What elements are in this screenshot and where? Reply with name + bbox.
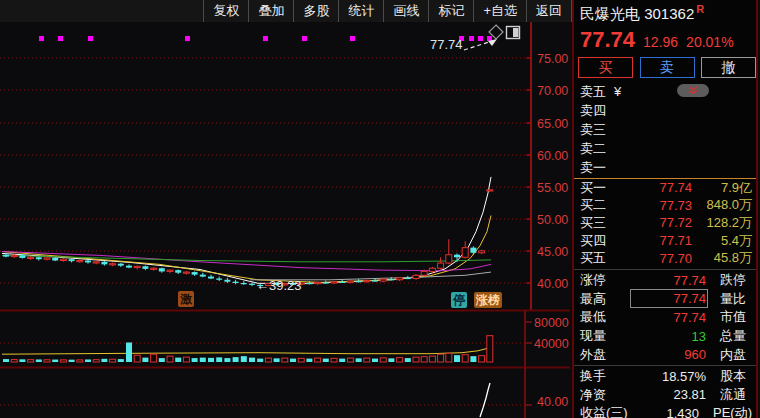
svg-text:60.00: 60.00 (537, 149, 568, 163)
stat-row: 最高77.74量比 (574, 290, 756, 309)
stat-value: 960 (632, 347, 706, 362)
signal-dot (185, 36, 190, 41)
signal-dot (478, 36, 483, 41)
price-row: 77.7412.9620.01% (580, 27, 742, 53)
panel-divider (574, 365, 756, 366)
fundamentals-block: 换手18.57%股本净资23.81流通收益(三)1.430PE(动) (574, 367, 756, 418)
trade-buttons: 买 卖 撤 (578, 57, 756, 78)
fundamental-row: 净资23.81流通 (574, 386, 756, 405)
fundamental-value: 18.57% (632, 369, 706, 384)
buy-level-label: 买五 (580, 249, 614, 267)
buy-level-label: 买二 (580, 196, 614, 214)
last-price: 77.74 (580, 27, 635, 52)
stat-row: 涨停77.74跌停 (574, 271, 756, 290)
price-change: 12.96 (643, 34, 678, 50)
signal-dot (469, 36, 474, 41)
fundamental-row: 收益(三)1.430PE(动) (574, 404, 756, 418)
buy-level-price: 77.72 (614, 215, 692, 230)
collapse-levels-button[interactable] (677, 84, 709, 97)
fundamental-label-2: 流通 (720, 386, 746, 404)
low-price-annotation: ←39.23 (256, 278, 302, 293)
buy-level-price: 77.71 (614, 233, 692, 248)
sell-level-row[interactable]: 卖二 (574, 140, 756, 159)
buy-level-amount: 128.2万 (692, 214, 752, 232)
indicator-line (480, 383, 490, 417)
sell-level-row[interactable]: 卖四 (574, 101, 756, 120)
buy-level-amount: 45.8万 (692, 249, 752, 267)
stat-label: 涨停 (580, 271, 632, 289)
stat-label-2: 总量 (720, 327, 746, 345)
stat-label-2: 量比 (720, 290, 746, 308)
fundamental-label-2: 股本 (720, 367, 746, 385)
buy-level-row[interactable]: 买四77.715.4万 (574, 232, 756, 250)
current-price-annotation: 77.74 (430, 37, 463, 52)
margin-trading-badge: R (696, 3, 704, 15)
svg-text:80000: 80000 (534, 316, 569, 330)
svg-text:70.00: 70.00 (537, 84, 568, 98)
tag-zhangbang[interactable]: 涨榜 (474, 292, 502, 308)
sell-level-label: 卖一 (580, 159, 614, 177)
tag-ji[interactable]: 激 (178, 291, 194, 307)
fundamental-label: 净资 (580, 386, 632, 404)
sell-level-row[interactable]: 卖一 (574, 159, 756, 178)
chevron-double-down-icon (687, 86, 699, 95)
sell-level-label: 卖三 (580, 121, 614, 139)
kline-chart[interactable]: 75.0070.0065.0060.0055.0050.0045.0040.00… (0, 0, 572, 418)
stat-label: 外盘 (580, 346, 632, 364)
svg-text:50.00: 50.00 (537, 213, 568, 227)
stat-value: 77.74 (632, 291, 706, 306)
pane-toggle-icon-fill (513, 28, 519, 37)
signal-dot (302, 36, 307, 41)
fundamental-value: 1.430 (629, 406, 699, 418)
buy-level-row[interactable]: 买三77.72128.2万 (574, 214, 756, 232)
stat-label: 现量 (580, 327, 632, 345)
fundamental-label-2: PE(动) (713, 404, 752, 418)
sell-level-row[interactable]: 卖三 (574, 120, 756, 139)
buy-level-amount: 5.4万 (692, 232, 752, 250)
ma-yellow (2, 216, 491, 283)
stat-label-2: 内盘 (720, 346, 746, 364)
sell-level-row[interactable]: 卖五¥ (574, 82, 756, 101)
stock-trading-window: 复权叠加多股统计画线标记+自选返回 75.0070.0065.0060.0055… (0, 0, 760, 418)
buy-level-label: 买一 (580, 179, 614, 197)
sell-level-label: 卖五 (580, 83, 614, 101)
buy-level-row[interactable]: 买一77.747.9亿 (574, 179, 756, 197)
buy-level-amount: 848.0万 (692, 196, 752, 214)
order-book: 卖五¥卖四卖三卖二卖一 买一77.747.9亿买二77.73848.0万买三77… (574, 82, 756, 267)
stat-label-2: 跌停 (720, 271, 746, 289)
buy-level-price: 77.74 (614, 180, 692, 195)
panel-divider (574, 269, 756, 270)
fundamental-row: 换手18.57%股本 (574, 367, 756, 386)
stats-block: 涨停77.74跌停最高77.74量比最低77.74市值现量13总量外盘960内盘 (574, 271, 756, 364)
tag-ting[interactable]: 停 (451, 292, 467, 308)
stock-title: 民爆光电 301362R (580, 3, 704, 24)
quote-panel: 民爆光电 301362R 77.7412.9620.01% 买 卖 撤 卖五¥卖… (572, 0, 758, 418)
stat-row: 外盘960内盘 (574, 345, 756, 364)
stat-label: 最低 (580, 308, 632, 326)
svg-text:55.00: 55.00 (537, 181, 568, 195)
buy-levels: 买一77.747.9亿买二77.73848.0万买三77.72128.2万买四7… (574, 179, 756, 267)
signal-dot (350, 36, 355, 41)
price-change-pct: 20.01% (686, 34, 733, 50)
buy-button[interactable]: 买 (578, 57, 633, 78)
stock-code: 301362 (644, 5, 694, 22)
buy-level-price: 77.70 (614, 251, 692, 266)
cancel-order-button[interactable]: 撤 (701, 57, 756, 78)
stat-value: 77.74 (632, 273, 706, 288)
fundamental-label: 收益(三) (580, 404, 629, 418)
sell-button[interactable]: 卖 (640, 57, 695, 78)
buy-level-amount: 7.9亿 (692, 179, 752, 197)
svg-text:40.00: 40.00 (537, 395, 568, 409)
stat-label: 最高 (580, 290, 632, 308)
stat-label-2: 市值 (720, 308, 746, 326)
ma-white (2, 177, 491, 284)
currency-symbol: ¥ (614, 84, 626, 99)
signal-dot (263, 36, 268, 41)
stat-row: 最低77.74市值 (574, 308, 756, 327)
svg-text:75.00: 75.00 (537, 52, 568, 66)
sell-level-label: 卖四 (580, 102, 614, 120)
volume-ma-line (2, 347, 491, 354)
buy-level-row[interactable]: 买五77.7045.8万 (574, 249, 756, 267)
buy-level-price: 77.73 (614, 198, 692, 213)
buy-level-row[interactable]: 买二77.73848.0万 (574, 197, 756, 215)
